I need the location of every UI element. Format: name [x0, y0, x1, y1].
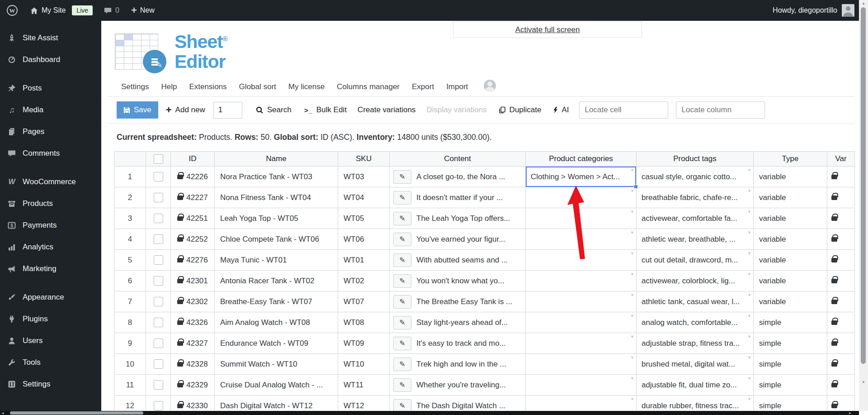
- tags-cell[interactable]: activewear, colorblock, lig...▼: [637, 271, 754, 291]
- category-cell-selected[interactable]: Clothing > Women > Act...▼: [526, 167, 637, 187]
- sku-cell[interactable]: WT09: [338, 333, 390, 354]
- column-header-name[interactable]: Name: [215, 152, 338, 167]
- howdy-greeting[interactable]: Howdy, diegoportillo: [773, 6, 837, 14]
- id-cell[interactable]: 42329: [171, 375, 215, 396]
- select-all-checkbox[interactable]: [154, 154, 163, 164]
- sku-cell[interactable]: WT10: [338, 354, 390, 375]
- edit-content-button[interactable]: ✎: [393, 295, 411, 309]
- menu-columns-manager[interactable]: Columns manager: [337, 82, 400, 91]
- create-variations-button[interactable]: Create variations: [358, 105, 416, 114]
- edit-content-button[interactable]: ✎: [393, 358, 411, 371]
- sidebar-item-appearance[interactable]: Appearance: [0, 286, 101, 308]
- name-cell[interactable]: Chloe Compete Tank - WT06: [215, 229, 338, 250]
- tags-cell[interactable]: athletic tank, casual wear, l...▼: [637, 291, 754, 312]
- sidebar-item-marketing[interactable]: Marketing: [0, 258, 101, 280]
- edit-content-button[interactable]: ✎: [393, 274, 411, 288]
- category-cell[interactable]: ▼: [526, 250, 637, 271]
- dropdown-arrow-icon[interactable]: ▼: [630, 334, 634, 339]
- dropdown-arrow-icon[interactable]: ▼: [747, 210, 751, 214]
- edit-content-button[interactable]: ✎: [393, 233, 411, 246]
- dropdown-arrow-icon[interactable]: ▼: [630, 251, 634, 256]
- id-cell[interactable]: 42327: [171, 333, 215, 354]
- dropdown-arrow-icon[interactable]: ▼: [747, 168, 751, 172]
- tags-cell[interactable]: adjustable fit, dual time zo...▼: [637, 375, 754, 396]
- sidebar-item-comments[interactable]: Comments: [0, 143, 101, 164]
- content-cell[interactable]: ✎Whether you're traveling...: [390, 375, 526, 396]
- dropdown-arrow-icon[interactable]: ▼: [747, 314, 751, 318]
- row-checkbox[interactable]: [154, 359, 163, 369]
- scroll-up-arrow-icon[interactable]: ▲: [859, 1, 868, 5]
- tags-cell[interactable]: athletic wear, breathable, ...▼: [637, 229, 754, 250]
- sku-cell[interactable]: WT06: [338, 229, 390, 250]
- name-cell[interactable]: Leah Yoga Top - WT05: [215, 208, 338, 229]
- edit-content-button[interactable]: ✎: [393, 253, 411, 267]
- row-number[interactable]: 1: [114, 167, 146, 187]
- row-number[interactable]: 10: [114, 354, 146, 375]
- sku-cell[interactable]: WT08: [338, 312, 390, 333]
- type-cell[interactable]: variable: [754, 208, 827, 229]
- search-button[interactable]: Search: [256, 105, 292, 114]
- edit-content-button[interactable]: ✎: [393, 170, 411, 184]
- column-header-product-categories[interactable]: Product categories: [526, 152, 637, 167]
- dropdown-arrow-icon[interactable]: ▼: [630, 210, 634, 214]
- type-cell[interactable]: simple: [754, 312, 827, 333]
- column-header-sku[interactable]: SKU: [338, 152, 390, 167]
- tags-cell[interactable]: adjustable strap, fitness tra...▼: [637, 333, 754, 354]
- menu-global-sort[interactable]: Global sort: [239, 82, 276, 91]
- sidebar-item-settings[interactable]: Settings: [0, 373, 101, 395]
- dropdown-arrow-icon[interactable]: ▼: [630, 230, 634, 235]
- row-number[interactable]: 8: [114, 312, 146, 333]
- type-cell[interactable]: variable: [754, 229, 827, 250]
- dropdown-arrow-icon[interactable]: ▼: [747, 251, 751, 256]
- content-cell[interactable]: ✎It's easy to track and mo...: [390, 333, 526, 354]
- row-checkbox[interactable]: [154, 193, 163, 202]
- column-header-variations[interactable]: Var: [827, 152, 855, 167]
- menu-settings[interactable]: Settings: [121, 82, 149, 91]
- vertical-scrollbar[interactable]: ▲ ▼: [859, 0, 868, 411]
- sidebar-item-products[interactable]: Products: [0, 193, 101, 215]
- row-number[interactable]: 4: [114, 229, 146, 250]
- category-cell[interactable]: ▼: [526, 333, 637, 354]
- dropdown-arrow-icon[interactable]: ▼: [747, 272, 751, 277]
- row-checkbox[interactable]: [154, 172, 163, 181]
- dropdown-arrow-icon[interactable]: ▼: [630, 293, 634, 297]
- content-cell[interactable]: ✎It doesn't matter if your ...: [390, 187, 526, 208]
- row-checkbox[interactable]: [154, 380, 163, 390]
- row-number[interactable]: 9: [114, 333, 146, 354]
- row-checkbox[interactable]: [154, 339, 163, 348]
- sku-cell[interactable]: WT07: [338, 291, 390, 312]
- menu-help[interactable]: Help: [161, 82, 177, 91]
- dropdown-arrow-icon[interactable]: ▼: [747, 334, 751, 339]
- tags-cell[interactable]: cut out detail, drawcord, m...▼: [637, 250, 754, 271]
- type-cell[interactable]: variable: [754, 271, 827, 291]
- column-header-content[interactable]: Content: [390, 152, 526, 167]
- dropdown-arrow-icon[interactable]: ▼: [747, 189, 751, 193]
- column-header-type[interactable]: Type: [754, 152, 827, 167]
- type-cell[interactable]: variable: [754, 291, 827, 312]
- id-cell[interactable]: 42251: [171, 208, 215, 229]
- menu-export[interactable]: Export: [412, 82, 434, 91]
- ai-button[interactable]: AI: [553, 105, 569, 114]
- name-cell[interactable]: Maya Tunic - WT01: [215, 250, 338, 271]
- type-cell[interactable]: simple: [754, 333, 827, 354]
- id-cell[interactable]: 42227: [171, 187, 215, 208]
- add-count-input[interactable]: [213, 102, 242, 119]
- sku-cell[interactable]: WT05: [338, 208, 390, 229]
- id-cell[interactable]: 42328: [171, 354, 215, 375]
- row-number[interactable]: 5: [114, 250, 146, 271]
- edit-content-button[interactable]: ✎: [393, 378, 411, 392]
- my-site-menu[interactable]: My Site: [30, 6, 66, 15]
- activate-fullscreen-link[interactable]: Activate full screen: [515, 25, 580, 34]
- tags-cell[interactable]: brushed metal, digital wat...▼: [637, 354, 754, 375]
- category-cell[interactable]: ▼: [526, 229, 637, 250]
- sidebar-item-tools[interactable]: Tools: [0, 352, 101, 373]
- dropdown-arrow-icon[interactable]: ▼: [630, 314, 634, 318]
- row-checkbox[interactable]: [154, 234, 163, 244]
- sidebar-item-dashboard[interactable]: Dashboard: [0, 49, 101, 71]
- tags-cell[interactable]: breathable fabric, chafe-re...▼: [637, 187, 754, 208]
- sidebar-item-media[interactable]: ♫ Media: [0, 99, 101, 121]
- name-cell[interactable]: Nora Practice Tank - WT03: [215, 167, 338, 187]
- tags-cell[interactable]: activewear, comfortable fa...▼: [637, 208, 754, 229]
- dropdown-arrow-icon[interactable]: ▼: [747, 293, 751, 297]
- row-number[interactable]: 2: [114, 187, 146, 208]
